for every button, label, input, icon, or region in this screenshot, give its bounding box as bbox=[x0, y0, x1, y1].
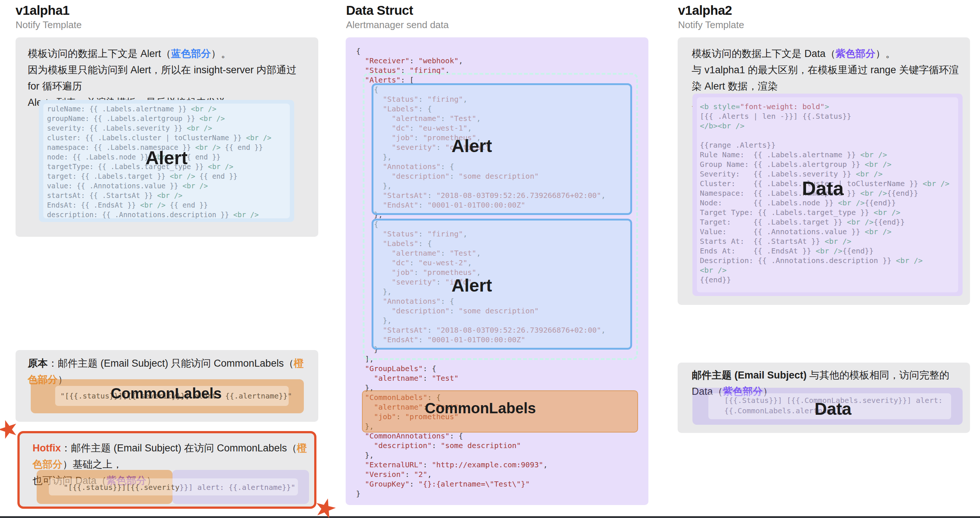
intro-text-run: ）。 bbox=[211, 48, 231, 59]
commonlabels-overlay-label: CommonLabels bbox=[111, 385, 222, 402]
screenshot-bottom-edge bbox=[0, 516, 980, 518]
v1alpha2-template-code-block: <b style="font-weight: bold"> [{{ .Alert… bbox=[692, 94, 963, 296]
left-column-subtitle: Notify Template bbox=[16, 19, 82, 31]
intro-text-run: 与 v1alpha1 的最大区别，在模板里通过 range 关键字循环渲染 Al… bbox=[692, 64, 959, 92]
middle-column-title: Data Struct bbox=[346, 3, 413, 18]
intro-text-run: ）。 bbox=[876, 48, 896, 59]
middle-column-subtitle: Alertmanager send data bbox=[346, 19, 449, 31]
v1alpha2-subject-panel: 邮件主题 (Email Subject) 与其他的模板相同，访问完整的 Data… bbox=[678, 362, 970, 433]
hotfix-code-orange-part: "[{{.status}}][{{.severity bbox=[64, 483, 180, 492]
alertmanager-json-panel: { "Receiver": "webhook", "Status": "firi… bbox=[346, 37, 648, 505]
right-column-title: v1alpha2 bbox=[678, 3, 732, 18]
commonlabels-overlay-label: CommonLabels bbox=[425, 400, 536, 416]
blue-part-ref: 蓝色部分 bbox=[171, 48, 211, 59]
alert-object-box-1 bbox=[372, 83, 632, 215]
hotfix-panel: Hotfix：邮件主题 (Email Subject) 在访问 CommonLa… bbox=[18, 431, 317, 509]
hotfix-label: Hotfix bbox=[33, 443, 61, 454]
original-text-run: ：邮件主题 (Email Subject) 只能访问 CommonLabels（ bbox=[48, 358, 294, 369]
intro-text-run: 因为模板里只能访问到 Alert，所以在 insight-server 内部通过… bbox=[28, 64, 296, 92]
data-overlay-label: Data bbox=[815, 399, 851, 419]
hotfix-subject-code: "[{{.status}}][{{.severity}}] alert: {{.… bbox=[64, 483, 295, 492]
hotfix-text-run: ：邮件主题 (Email Subject) 在访问 CommonLabels（ bbox=[61, 443, 297, 454]
v1alpha1-intro-panel: 模板访问的数据上下文是 Alert（蓝色部分）。 因为模板里只能访问到 Aler… bbox=[16, 37, 318, 237]
hotfix-code-purple-part: }}] alert: {{.alertname}}" bbox=[180, 483, 295, 492]
alert-overlay-label: Alert bbox=[452, 275, 492, 296]
right-column-subtitle: Notify Template bbox=[678, 19, 744, 31]
original-subject-panel: 原本：邮件主题 (Email Subject) 只能访问 CommonLabel… bbox=[16, 350, 318, 422]
purple-part-ref: 紫色部分 bbox=[836, 48, 876, 59]
alert-object-box-2 bbox=[372, 219, 632, 350]
commonlabels-orange-highlight: "[{{.status}}][{{.severity}}] alert: {{.… bbox=[31, 379, 304, 413]
data-purple-highlight: [{{.Status}}] [{{.CommonLabels.severity}… bbox=[692, 388, 963, 425]
hotfix-text-run: ）基础之上， bbox=[62, 459, 123, 470]
intro-text-run: 模板访问的数据上下文是 Alert（ bbox=[28, 48, 171, 59]
alert-overlay-label: Alert bbox=[145, 147, 188, 169]
v1alpha2-intro-panel: 模板访问的数据上下文是 Data（紫色部分）。 与 v1alpha1 的最大区别… bbox=[678, 37, 970, 305]
alert-overlay-label: Alert bbox=[452, 136, 492, 156]
data-overlay-label: Data bbox=[802, 177, 844, 199]
left-column-title: v1alpha1 bbox=[16, 3, 70, 18]
v1alpha1-template-code-block: ruleName: {{ .Labels.alertname }} <br />… bbox=[39, 100, 294, 222]
email-subject-label: 邮件主题 (Email Subject) bbox=[692, 370, 807, 381]
intro-text-run: 模板访问的数据上下文是 Data（ bbox=[692, 48, 836, 59]
original-label: 原本 bbox=[28, 358, 48, 369]
